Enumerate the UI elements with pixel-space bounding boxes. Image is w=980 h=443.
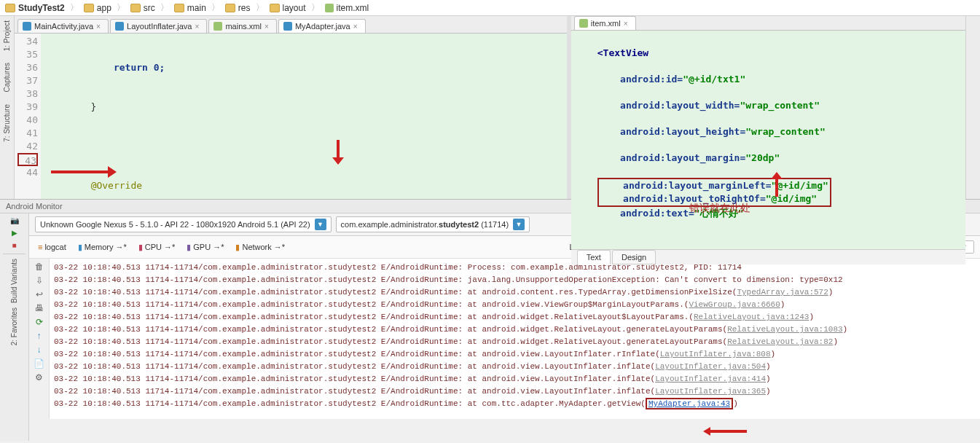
breadcrumb: StudyTest2〉 app〉 src〉 main〉 res〉 layout〉… bbox=[0, 0, 980, 16]
tab-mainactivity[interactable]: MainActivity.java× bbox=[17, 19, 109, 33]
logcat-output[interactable]: 03-22 10:18:40.513 11714-11714/com.examp… bbox=[50, 259, 980, 419]
tab-itemxml[interactable]: item.xml× bbox=[574, 16, 636, 30]
chevron-down-icon: ▼ bbox=[513, 219, 525, 230]
close-icon[interactable]: × bbox=[624, 20, 631, 27]
left-tool-stripe: 1: Project Captures 7: Structure bbox=[0, 16, 15, 199]
folder-icon bbox=[84, 4, 94, 12]
memory-tab[interactable]: ▮Memory →* bbox=[75, 241, 130, 254]
network-tab[interactable]: ▮Network →* bbox=[232, 241, 288, 254]
project-tool-tab[interactable]: 1: Project bbox=[3, 16, 11, 55]
design-text-tabs: Text Design bbox=[571, 249, 965, 264]
log-action-sidebar: 🗑 ⇩ ↩ 🖶 ⟳ ↑ ↓ 📄 ⚙ bbox=[29, 259, 50, 419]
folder-icon bbox=[130, 4, 141, 12]
print-icon[interactable]: 🖶 bbox=[35, 303, 44, 313]
settings-icon[interactable]: ⚙ bbox=[35, 372, 43, 383]
down-icon[interactable]: ↓ bbox=[37, 345, 42, 355]
cpu-tab[interactable]: ▮CPU →* bbox=[136, 241, 179, 254]
java-file-icon bbox=[115, 22, 124, 31]
captures-tool-tab[interactable]: Captures bbox=[3, 58, 11, 97]
line-43-highlight: 43 bbox=[17, 153, 38, 166]
monitor-left-tools: 📷 ▶ ■ Build Variants 2: Favorites bbox=[0, 213, 29, 441]
favorites-tab[interactable]: 2: Favorites bbox=[10, 307, 18, 345]
tab-layoutinflater[interactable]: LayoutInflater.java× bbox=[110, 19, 207, 33]
export-icon[interactable]: 📄 bbox=[34, 358, 44, 369]
crumb-project[interactable]: StudyTest2 bbox=[3, 3, 67, 13]
folder-icon bbox=[270, 4, 280, 12]
chevron-down-icon: ▼ bbox=[315, 219, 326, 230]
logcat-tab[interactable]: ≡logcat bbox=[35, 241, 69, 253]
xml-file-icon bbox=[325, 4, 334, 12]
xml-file-icon bbox=[213, 22, 222, 31]
code-editor-left[interactable]: 34 35 36 37 38 39 40 41 42 43 44 return … bbox=[15, 34, 567, 199]
crumb-src[interactable]: src bbox=[128, 3, 157, 13]
gpu-tab[interactable]: ▮GPU →* bbox=[184, 241, 227, 254]
build-variants-tab[interactable]: Build Variants bbox=[10, 259, 18, 303]
close-icon[interactable]: × bbox=[195, 23, 202, 30]
folder-icon bbox=[5, 4, 15, 12]
process-selector[interactable]: com.example.administrator.studytest2 (11… bbox=[336, 216, 530, 232]
play-icon[interactable]: ▶ bbox=[12, 229, 17, 237]
trash-icon[interactable]: 🗑 bbox=[35, 262, 44, 272]
up-icon[interactable]: ↑ bbox=[37, 331, 42, 341]
close-icon[interactable]: × bbox=[264, 23, 272, 30]
wrap-icon[interactable]: ↩ bbox=[36, 289, 43, 299]
close-icon[interactable]: × bbox=[96, 23, 103, 30]
editor-tabs-left: MainActivity.java× LayoutInflater.java× … bbox=[15, 16, 567, 34]
tab-myadapter[interactable]: MyAdapter.java× bbox=[278, 19, 366, 33]
tab-mainsxml[interactable]: mains.xml× bbox=[208, 19, 277, 33]
crumb-app[interactable]: app bbox=[82, 3, 114, 13]
stop-icon[interactable]: ■ bbox=[12, 241, 16, 249]
right-tool-stripe bbox=[965, 16, 980, 199]
code-editor-right[interactable]: <TextView android:id="@+id/txt1" android… bbox=[571, 31, 965, 249]
crumb-layout[interactable]: layout bbox=[267, 3, 308, 13]
crumb-main[interactable]: main bbox=[172, 3, 208, 13]
folder-icon bbox=[174, 4, 184, 12]
restart-icon[interactable]: ⟳ bbox=[36, 317, 43, 327]
scroll-down-icon[interactable]: ⇩ bbox=[36, 275, 43, 286]
structure-tool-tab[interactable]: 7: Structure bbox=[3, 100, 11, 146]
java-file-icon bbox=[23, 22, 31, 31]
editor-tabs-right: item.xml× bbox=[571, 16, 965, 31]
close-icon[interactable]: × bbox=[353, 23, 361, 30]
crumb-file[interactable]: item.xml bbox=[323, 3, 372, 13]
design-tab[interactable]: Design bbox=[612, 250, 656, 264]
crumb-res[interactable]: res bbox=[223, 3, 253, 13]
java-file-icon bbox=[283, 22, 292, 31]
camera-icon[interactable]: 📷 bbox=[10, 216, 19, 224]
folder-icon bbox=[225, 4, 235, 12]
xml-file-icon bbox=[579, 19, 588, 28]
device-selector[interactable]: Unknown Google Nexus 5 - 5.1.0 - API 22 … bbox=[35, 216, 332, 232]
line-gutter: 34 35 36 37 38 39 40 41 42 43 44 bbox=[15, 34, 41, 199]
text-tab[interactable]: Text bbox=[577, 250, 611, 264]
annotation-text: 错误就在此处 bbox=[689, 202, 750, 215]
